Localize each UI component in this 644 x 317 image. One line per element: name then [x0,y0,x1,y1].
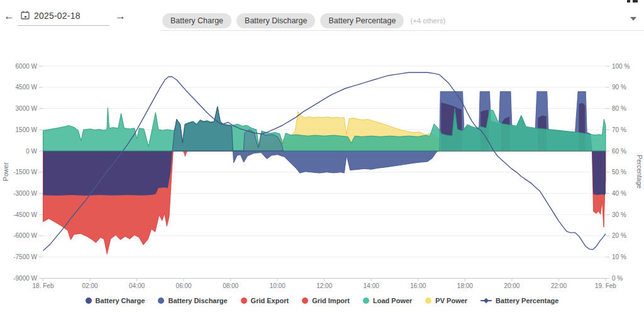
more-series-label: (+4 others) [410,17,445,25]
toolbar: ← 2025-02-18 → Battery Charge Battery Di… [0,0,644,31]
x-axis-tick-label: 02:00 [82,282,98,289]
x-axis-tick-label: 04:00 [129,282,145,289]
series-filter-chips: Battery Charge Battery Discharge Battery… [162,13,445,28]
y-left-tick-label: 4500 W [16,84,38,91]
legend-item-grid-export[interactable]: Grid Export [241,297,289,304]
legend-item-load-power[interactable]: Load Power [363,297,412,304]
y-right-tick-label: 20 % [612,232,626,239]
circle-marker-icon [302,298,308,304]
y-left-tick-label: 1500 W [16,126,38,133]
x-axis-tick-label: 14:00 [364,282,379,289]
legend-item-pv-power[interactable]: PV Power [425,297,467,304]
x-axis-tick-label: 18:00 [457,282,473,289]
calendar-icon[interactable] [21,11,30,19]
y-right-tick-label: 100 % [612,63,630,70]
y-left-tick-label: 0 W [26,148,37,155]
x-axis-tick-label: 08:00 [223,282,238,289]
chevron-down-icon[interactable] [630,17,636,21]
y-left-tick-label: -7500 W [13,253,37,260]
legend-item-label: Battery Percentage [496,297,558,304]
x-axis-tick-label: 10:00 [270,282,286,289]
legend-item-battery-percentage[interactable]: Battery Percentage [480,297,558,304]
previous-day-button[interactable]: ← [4,11,14,22]
y-right-tick-label: 90 % [612,84,626,91]
series-battery-charge-solar[interactable] [233,151,438,173]
clipped-corner-icon [627,0,638,3]
y-left-tick-label: 6000 W [16,63,38,70]
y-right-axis-title: Percentage [636,155,643,189]
circle-marker-icon [425,298,431,304]
legend-item-label: Grid Export [251,297,289,304]
y-right-tick-label: 40 % [612,190,626,197]
y-left-axis-title: Power [2,162,9,181]
y-right-tick-label: 0 % [612,275,623,282]
chart-legend: Battery ChargeBattery DischargeGrid Expo… [0,297,644,304]
x-axis-tick-label: 16:00 [410,282,426,289]
chip-battery-percentage[interactable]: Battery Percentage [320,13,404,28]
circle-marker-icon [158,298,164,304]
y-right-tick-label: 70 % [612,126,626,133]
legend-item-label: Grid Import [312,297,350,304]
series-battery-discharge-tint[interactable] [172,107,283,151]
legend-item-label: PV Power [435,297,467,304]
y-right-tick-label: 80 % [612,105,626,112]
line-marker-icon [480,300,492,301]
legend-item-battery-discharge[interactable]: Battery Discharge [158,297,227,304]
legend-item-battery-charge[interactable]: Battery Charge [86,297,145,304]
y-left-tick-label: -6000 W [13,232,37,239]
y-right-tick-label: 30 % [612,211,626,218]
date-input-underline [18,25,109,26]
circle-marker-icon [363,298,369,304]
chip-battery-charge[interactable]: Battery Charge [162,13,231,28]
y-left-tick-label: -9000 W [13,275,37,282]
x-axis-tick-label: 12:00 [316,282,332,289]
x-axis-tick-label: 18. Feb [33,282,54,289]
circle-marker-icon [241,298,247,304]
x-axis-tick-label: 22:00 [551,282,567,289]
legend-item-grid-import[interactable]: Grid Import [302,297,350,304]
y-left-tick-label: -3000 W [13,190,37,197]
power-chart-svg: Power Percentage 6000 W4500 W3000 W1500 … [0,31,644,317]
power-chart-canvas[interactable]: Power Percentage 6000 W4500 W3000 W1500 … [0,31,644,317]
x-axis-tick-label: 06:00 [176,282,192,289]
legend-item-label: Load Power [373,297,412,304]
date-input[interactable]: 2025-02-18 [34,11,80,21]
y-left-tick-label: 3000 W [16,105,38,112]
y-left-tick-label: -1500 W [13,169,37,175]
y-right-tick-label: 50 % [612,169,626,175]
y-left-tick-label: -4500 W [13,211,37,218]
circle-marker-icon [86,298,92,304]
y-right-tick-label: 60 % [612,148,626,155]
x-axis-tick-label: 19. Feb [595,282,616,289]
chip-battery-discharge[interactable]: Battery Discharge [236,13,315,28]
y-right-tick-label: 10 % [612,253,626,260]
legend-item-label: Battery Discharge [168,297,227,304]
next-day-button[interactable]: → [115,11,126,22]
x-axis-tick-label: 20:00 [504,282,519,289]
legend-item-label: Battery Charge [96,297,145,304]
